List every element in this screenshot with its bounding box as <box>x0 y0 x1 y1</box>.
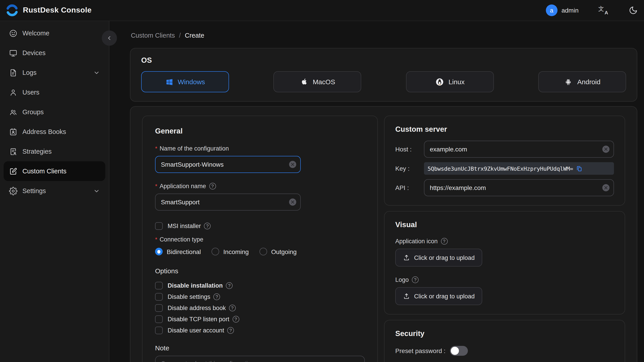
application-name-input[interactable] <box>155 194 301 210</box>
api-row: API : <box>395 179 614 196</box>
application-icon-upload-button[interactable]: Click or drag to upload <box>395 249 482 266</box>
edit-icon <box>9 167 18 176</box>
linux-icon <box>435 77 444 86</box>
disable-address-book-checkbox[interactable] <box>155 304 163 312</box>
sidebar-item-label: Logs <box>22 69 93 76</box>
custom-server-title: Custom server <box>395 125 614 134</box>
sidebar-item-groups[interactable]: Groups <box>4 102 105 122</box>
moon-icon <box>629 6 638 15</box>
breadcrumb-parent[interactable]: Custom Clients <box>131 32 175 39</box>
disable-installation-checkbox[interactable] <box>155 282 163 290</box>
note-textarea[interactable] <box>155 356 365 362</box>
help-icon[interactable]: ? <box>229 305 236 311</box>
android-icon <box>564 77 573 86</box>
connection-type-label: * Connection type <box>155 236 365 243</box>
upload-button-label: Click or drag to upload <box>414 254 474 261</box>
name-of-configuration-field <box>155 156 301 173</box>
key-field: 5Qbwsde3unUcJBtrx9ZkvUmwFNoExHzpryHuPUdq… <box>424 162 614 175</box>
note-label: Note <box>155 344 365 352</box>
visual-title: Visual <box>395 220 614 229</box>
key-value: 5Qbwsde3unUcJBtrx9ZkvUmwFNoExHzpryHuPUdq… <box>428 165 573 172</box>
sidebar-item-settings[interactable]: Settings <box>4 181 105 201</box>
help-icon[interactable]: ? <box>226 282 232 289</box>
help-icon[interactable]: ? <box>441 238 448 244</box>
clear-icon[interactable] <box>289 161 296 168</box>
sidebar-item-label: Strategies <box>22 148 100 155</box>
radio-icon <box>155 248 163 255</box>
radio-incoming[interactable]: Incoming <box>212 248 249 255</box>
application-name-field <box>155 194 301 210</box>
breadcrumb: Custom Clients / Create <box>131 32 637 39</box>
help-icon[interactable]: ? <box>227 327 234 334</box>
clear-icon[interactable] <box>289 198 296 206</box>
key-row: Key : 5Qbwsde3unUcJBtrx9ZkvUmwFNoExHzpry… <box>395 162 614 175</box>
required-mark: * <box>155 183 157 190</box>
os-button-label: Windows <box>178 78 205 86</box>
sidebar-item-label: Welcome <box>22 30 100 37</box>
disable-address-book-option: Disable address book ? <box>155 304 365 312</box>
os-button-label: MacOS <box>313 78 335 86</box>
radio-outgoing[interactable]: Outgoing <box>260 248 297 255</box>
sidebar-item-label: Devices <box>22 49 100 56</box>
avatar[interactable]: a <box>546 4 558 16</box>
host-input[interactable] <box>424 141 614 158</box>
general-section-title: General <box>155 127 365 135</box>
disable-tcp-listen-port-option: Disable TCP listen port ? <box>155 316 365 323</box>
sidebar-item-strategies[interactable]: Strategies <box>4 142 105 161</box>
api-input[interactable] <box>424 179 614 196</box>
address-book-icon <box>9 128 18 136</box>
upload-icon <box>403 254 410 261</box>
radio-icon <box>260 248 267 255</box>
sidebar-item-label: Settings <box>22 187 93 194</box>
sidebar-item-devices[interactable]: Devices <box>4 43 105 63</box>
custom-server-section: Custom server Host : Key : <box>384 116 625 206</box>
preset-password-toggle[interactable] <box>450 346 468 356</box>
host-row: Host : <box>395 141 614 158</box>
translate-icon[interactable]: 文 A <box>598 6 608 15</box>
disable-tcp-listen-port-checkbox[interactable] <box>155 316 163 323</box>
os-button-linux[interactable]: Linux <box>406 71 494 92</box>
radio-bidirectional[interactable]: Bidirectional <box>155 248 201 255</box>
breadcrumb-current: Create <box>185 32 204 39</box>
windows-icon <box>165 78 173 86</box>
help-icon[interactable]: ? <box>412 276 418 283</box>
os-button-windows[interactable]: Windows <box>141 71 229 92</box>
sidebar-collapse-button[interactable] <box>102 30 117 46</box>
chevron-left-icon <box>106 35 112 41</box>
security-title: Security <box>395 329 614 338</box>
copy-icon[interactable] <box>576 165 582 172</box>
sidebar-item-welcome[interactable]: Welcome <box>4 23 105 43</box>
os-button-macos[interactable]: MacOS <box>274 71 362 92</box>
disable-user-account-checkbox[interactable] <box>155 326 163 334</box>
security-section: Security Preset password : <box>384 320 625 362</box>
dark-mode-toggle[interactable] <box>629 6 638 15</box>
api-field <box>424 179 614 196</box>
sidebar-item-label: Groups <box>22 108 100 116</box>
logo-upload-button[interactable]: Click or drag to upload <box>395 287 482 305</box>
monitor-icon <box>9 48 18 57</box>
breadcrumb-separator: / <box>179 32 181 39</box>
help-icon[interactable]: ? <box>214 294 220 300</box>
chevron-down-icon <box>93 188 100 194</box>
disable-settings-checkbox[interactable] <box>155 293 163 300</box>
clear-icon[interactable] <box>602 146 610 153</box>
sidebar-item-custom-clients[interactable]: Custom Clients <box>4 161 105 181</box>
upload-button-label: Click or drag to upload <box>414 293 474 300</box>
help-icon[interactable]: ? <box>209 183 216 190</box>
name-of-configuration-input[interactable] <box>155 156 301 173</box>
header-actions: a admin 文 A <box>546 4 638 16</box>
sidebar: Welcome Devices Logs <box>0 21 109 362</box>
required-mark: * <box>155 145 157 152</box>
os-button-android[interactable]: Android <box>538 71 626 92</box>
disable-user-account-option: Disable user account ? <box>155 326 365 334</box>
sidebar-item-users[interactable]: Users <box>4 82 105 102</box>
sidebar-item-address-books[interactable]: Address Books <box>4 122 105 142</box>
name-of-configuration-label: * Name of the configuration <box>155 145 365 152</box>
username[interactable]: admin <box>562 7 578 14</box>
sidebar-item-logs[interactable]: Logs <box>4 63 105 82</box>
clear-icon[interactable] <box>602 184 610 191</box>
msi-installer-checkbox[interactable] <box>155 222 163 230</box>
help-icon[interactable]: ? <box>204 223 211 230</box>
msi-installer-label: MSI installer <box>168 223 201 230</box>
help-icon[interactable]: ? <box>232 316 239 322</box>
